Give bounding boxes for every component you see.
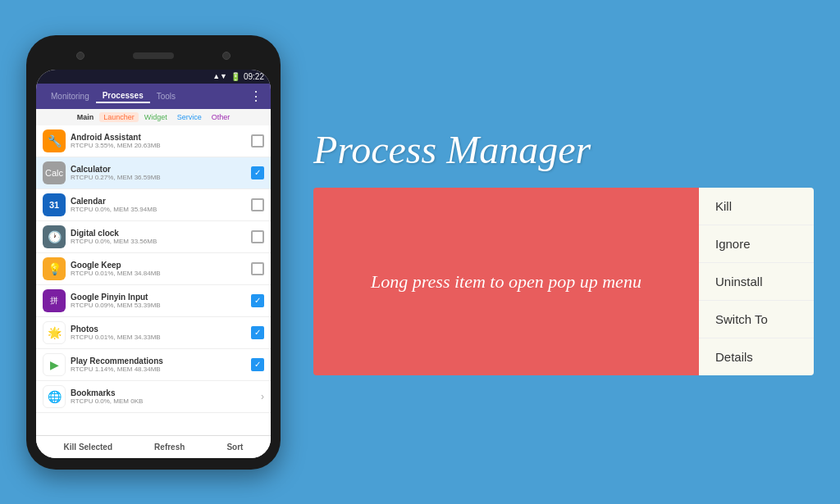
nav-processes[interactable]: Processes <box>96 89 150 103</box>
menu-item-ignore[interactable]: Ignore <box>699 225 814 263</box>
nav-more-icon[interactable]: ⋮ <box>249 89 262 104</box>
nav-tools[interactable]: Tools <box>150 90 182 102</box>
kill-selected-button[interactable]: Kill Selected <box>64 443 112 452</box>
app-info: Photos RTCPU 0.01%, MEM 34.33MB <box>71 325 246 341</box>
phone-top-bar <box>36 45 271 66</box>
app-name: Digital clock <box>71 229 246 238</box>
app-stats: RTCPU 3.55%, MEM 20.63MB <box>71 142 246 149</box>
sort-button[interactable]: Sort <box>226 443 243 452</box>
app-stats: RTCPU 0.09%, MEM 53.39MB <box>71 302 246 309</box>
time-display: 09:22 <box>244 72 264 81</box>
app-name: Bookmarks <box>71 388 256 397</box>
checkbox[interactable] <box>251 326 264 339</box>
app-stats: RTCPU 1.14%, MEM 48.34MB <box>71 366 246 373</box>
refresh-button[interactable]: Refresh <box>154 443 185 452</box>
checkbox[interactable] <box>251 262 264 275</box>
phone-camera-right-icon <box>222 52 231 60</box>
app-info: Play Recommendations RTCPU 1.14%, MEM 48… <box>71 356 246 373</box>
app-info: Google Keep RTCPU 0.01%, MEM 34.84MB <box>71 261 246 277</box>
signal-icon: ▲▼ <box>212 72 227 80</box>
app-info: Android Assistant RTCPU 3.55%, MEM 20.63… <box>71 133 246 149</box>
app-name: Play Recommendations <box>71 356 246 366</box>
tab-launcher[interactable]: Launcher <box>99 112 139 122</box>
list-item[interactable]: 🕐 Digital clock RTCPU 0.0%, MEM 33.56MB <box>36 221 271 253</box>
checkbox[interactable] <box>251 134 264 148</box>
checkbox[interactable] <box>251 230 264 243</box>
phone-mockup: ▲▼ 🔋 09:22 Monitoring Processes Tools ⋮ … <box>26 35 281 470</box>
app-stats: RTCPU 0.0%, MEM 33.56MB <box>71 238 246 245</box>
app-stats: RTCPU 0.01%, MEM 34.84MB <box>71 270 246 277</box>
list-item[interactable]: 拼 Google Pinyin Input RTCPU 0.09%, MEM 5… <box>36 285 271 317</box>
phone-speaker <box>133 52 174 59</box>
popup-prompt-text: Long press item to open pop up menu <box>371 268 641 295</box>
app-info: Digital clock RTCPU 0.0%, MEM 33.56MB <box>71 229 246 245</box>
list-item[interactable]: 💡 Google Keep RTCPU 0.01%, MEM 34.84MB <box>36 253 271 285</box>
checkbox[interactable] <box>251 358 264 371</box>
tab-bar: Main Launcher Widget Service Other <box>36 109 271 125</box>
menu-item-switch-to[interactable]: Switch To <box>699 301 814 338</box>
app-stats: RTCPU 0.01%, MEM 34.33MB <box>71 334 246 341</box>
app-icon: 🕐 <box>43 225 66 248</box>
app-name: Android Assistant <box>71 133 246 142</box>
menu-item-details[interactable]: Details <box>699 338 814 375</box>
app-name: Calendar <box>71 197 246 206</box>
list-item[interactable]: 🌐 Bookmarks RTCPU 0.0%, MEM 0KB › <box>36 381 271 413</box>
tab-service[interactable]: Service <box>173 112 206 122</box>
app-stats: RTCPU 0.0%, MEM 0KB <box>71 397 256 405</box>
popup-menu: Kill Ignore Uninstall Switch To Details <box>699 188 814 375</box>
phone-camera-icon <box>76 52 84 60</box>
chevron-right-icon: › <box>261 391 264 402</box>
app-icon: 💡 <box>43 257 66 280</box>
bottom-bar: Kill Selected Refresh Sort <box>36 435 271 458</box>
app-stats: RTCPU 0.0%, MEM 35.94MB <box>71 206 246 213</box>
app-info: Calendar RTCPU 0.0%, MEM 35.94MB <box>71 197 246 213</box>
app-name: Google Pinyin Input <box>71 293 246 302</box>
checkbox[interactable] <box>251 294 264 307</box>
tab-main[interactable]: Main <box>73 112 98 122</box>
app-icon: ▶ <box>43 353 66 376</box>
app-icon: 🔧 <box>43 129 66 152</box>
right-side: Process Manager Long press item to open … <box>281 129 814 376</box>
app-name: Calculator <box>71 165 246 174</box>
phone-screen: ▲▼ 🔋 09:22 Monitoring Processes Tools ⋮ … <box>36 70 271 458</box>
app-info: Bookmarks RTCPU 0.0%, MEM 0KB <box>71 388 256 405</box>
menu-item-kill[interactable]: Kill <box>699 188 814 225</box>
checkbox[interactable] <box>251 198 264 211</box>
list-item[interactable]: Calc Calculator RTCPU 0.27%, MEM 36.59MB <box>36 157 271 189</box>
nav-monitoring[interactable]: Monitoring <box>44 90 96 102</box>
app-icon: Calc <box>43 161 66 184</box>
popup-background: Long press item to open pop up menu <box>313 188 699 375</box>
process-list: 🔧 Android Assistant RTCPU 3.55%, MEM 20.… <box>36 125 271 435</box>
list-item[interactable]: ▶ Play Recommendations RTCPU 1.14%, MEM … <box>36 349 271 381</box>
app-icon: 31 <box>43 193 66 216</box>
status-bar: ▲▼ 🔋 09:22 <box>36 70 271 84</box>
tab-widget[interactable]: Widget <box>140 112 171 122</box>
tab-other[interactable]: Other <box>208 112 235 122</box>
battery-icon: 🔋 <box>231 72 240 81</box>
menu-item-uninstall[interactable]: Uninstall <box>699 263 814 301</box>
app-icon: 🌟 <box>43 321 66 344</box>
app-stats: RTCPU 0.27%, MEM 36.59MB <box>71 174 246 181</box>
app-title: Process Manager <box>313 129 591 172</box>
app-name: Photos <box>71 325 246 334</box>
main-container: ▲▼ 🔋 09:22 Monitoring Processes Tools ⋮ … <box>26 23 814 482</box>
nav-bar: Monitoring Processes Tools ⋮ <box>36 84 271 109</box>
app-icon: 拼 <box>43 289 66 312</box>
list-item[interactable]: 🔧 Android Assistant RTCPU 3.55%, MEM 20.… <box>36 125 271 157</box>
checkbox[interactable] <box>251 166 264 179</box>
app-name: Google Keep <box>71 261 246 270</box>
app-icon: 🌐 <box>43 385 66 408</box>
app-info: Calculator RTCPU 0.27%, MEM 36.59MB <box>71 165 246 181</box>
list-item[interactable]: 🌟 Photos RTCPU 0.01%, MEM 34.33MB <box>36 317 271 349</box>
popup-area: Long press item to open pop up menu Kill… <box>313 188 814 375</box>
app-info: Google Pinyin Input RTCPU 0.09%, MEM 53.… <box>71 293 246 309</box>
list-item[interactable]: 31 Calendar RTCPU 0.0%, MEM 35.94MB <box>36 189 271 221</box>
